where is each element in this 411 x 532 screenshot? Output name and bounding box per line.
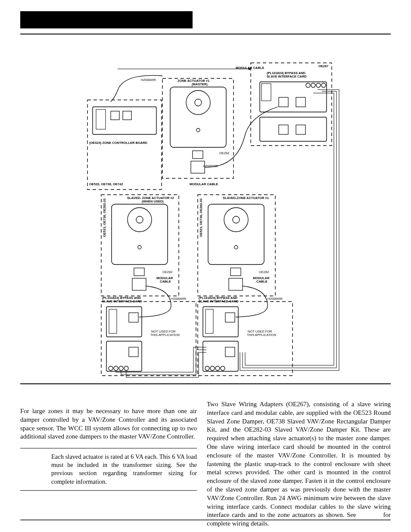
svg-point-11 xyxy=(221,366,225,370)
slave2-iface-a-port xyxy=(129,313,138,322)
svg-point-1 xyxy=(311,83,315,87)
note-rule-bottom xyxy=(20,490,197,491)
slave2-iface-b-port xyxy=(129,347,138,357)
right-para-a: Two Slave Wiring Adapters (OE267), consi… xyxy=(207,401,391,518)
svg-point-9 xyxy=(210,366,215,370)
master-rj xyxy=(193,151,203,159)
rule-top xyxy=(20,34,391,34)
slave2-screw xyxy=(138,246,141,249)
note-paragraph: Each slaved actuator is rated at 6 VA ea… xyxy=(20,450,197,488)
ctrl-port-b xyxy=(123,111,131,120)
rj45-top-a xyxy=(279,97,288,107)
svg-point-7 xyxy=(124,366,128,370)
slave1-iface-a-port xyxy=(225,313,235,322)
wiring-diagram: OE267 MODULAR CABLE (PL101824) BYPASS AN… xyxy=(20,56,391,380)
mod-cable-mid-label: MODULAR CABLE xyxy=(190,182,218,186)
right-paragraph: Two Slave Wiring Adapters (OE267), consi… xyxy=(207,400,391,528)
mod-cable-br-2: CABLE xyxy=(256,280,268,283)
rj45-top-b xyxy=(296,97,305,107)
ctrl-port-a xyxy=(111,111,119,120)
slave2-rj xyxy=(134,268,144,276)
not-used-l-2: THIS APPLICATION xyxy=(150,333,180,337)
oe523-right-label: OE523, OE738, OE282-03 xyxy=(199,199,203,237)
slave2-shaft xyxy=(136,216,143,223)
mod-cable-top-label: MODULAR CABLE xyxy=(236,66,264,70)
diagram-svg: OE267 MODULAR CABLE (PL101824) BYPASS AN… xyxy=(20,56,391,380)
hz-master-label: HZ000095 xyxy=(141,78,156,82)
hz-bot-r: HZ000095 xyxy=(268,297,283,301)
svg-point-3 xyxy=(321,83,326,87)
slave1-rj xyxy=(230,268,241,276)
svg-point-5 xyxy=(114,366,118,370)
oe523-left-label: OE523, OE738, OE282-03 xyxy=(103,199,106,237)
right-para-gap xyxy=(358,511,380,518)
bypass-card-bl-2: SLAVE INTERFACE CARD xyxy=(102,299,142,303)
oe267-label: OE267 xyxy=(318,64,328,68)
svg-point-0 xyxy=(306,83,310,87)
slave1-splitter xyxy=(229,278,243,290)
aux-port-b xyxy=(296,125,305,134)
zone-act-master-l2: (MASTER) xyxy=(192,82,208,86)
svg-point-2 xyxy=(316,83,321,87)
slave2-title-l2: (WHEN USED) xyxy=(142,199,164,203)
rule-under-figure xyxy=(20,383,391,384)
slave2-splitter xyxy=(132,278,146,290)
svg-point-4 xyxy=(109,366,113,370)
bypass-card-top-l2: SLAVE INTERFACE CARD xyxy=(267,75,307,78)
hz-bot-l: HZ000095 xyxy=(171,297,186,301)
aux-port-a xyxy=(279,125,288,134)
zone-ctrl-board-label: (OE324) ZONE CONTROLLER BOARD xyxy=(89,141,148,145)
oe282-bot-r: OE282 xyxy=(259,270,269,274)
master-actuator-shaft xyxy=(195,99,202,106)
right-column: Two Slave Wiring Adapters (OE267), consi… xyxy=(207,400,391,528)
oe282-bot-l: OE282 xyxy=(162,270,172,274)
slave1-screw xyxy=(234,246,238,249)
oe282-mid-label: OE282 xyxy=(219,151,229,155)
mod-cable-bl-2: CABLE xyxy=(160,280,171,283)
slave1-title: SLAVED-ZONE ACTUATOR #1 xyxy=(223,196,269,200)
slave1-shaft xyxy=(233,216,240,223)
general-paragraph: For large zones it may be necessary to h… xyxy=(20,407,197,441)
slave1-iface-b-port xyxy=(225,347,235,357)
note-rule-top xyxy=(20,448,197,448)
master-screw xyxy=(196,128,200,132)
not-used-r-2: THIS APPLICATION xyxy=(247,333,276,337)
svg-point-6 xyxy=(119,366,123,370)
oe520-label: OE520, OE736, OE742 xyxy=(89,182,123,186)
rule-footer xyxy=(20,520,391,520)
aux-card-top xyxy=(260,117,327,141)
left-column: For large zones it may be necessary to h… xyxy=(20,407,197,491)
svg-point-8 xyxy=(205,366,209,370)
svg-point-10 xyxy=(215,366,220,370)
bypass-card-br-2: SLAVE INTERFACE CARD xyxy=(199,299,239,303)
section-header-bar xyxy=(20,11,193,28)
